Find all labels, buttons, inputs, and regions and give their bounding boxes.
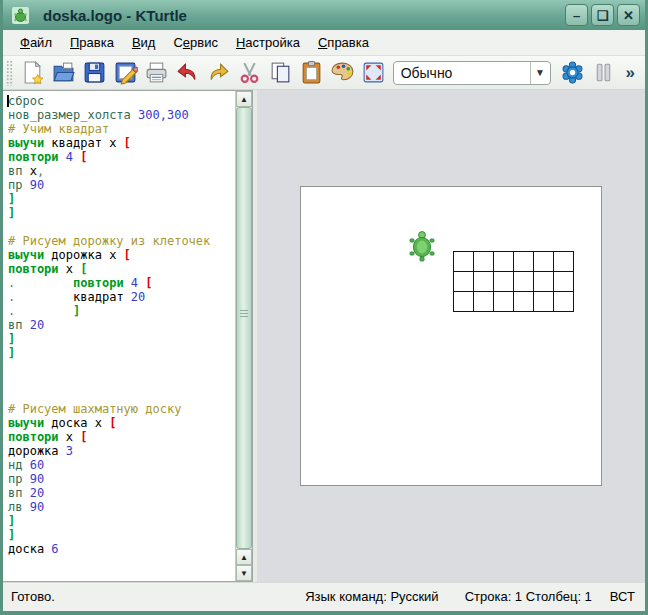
fullscreen-button[interactable] <box>358 58 389 87</box>
code-line[interactable]: . ] <box>8 304 235 318</box>
scroll-up-icon[interactable]: ▲ <box>236 91 252 107</box>
save-button[interactable] <box>79 58 110 87</box>
fullscreen-icon <box>361 60 386 85</box>
grid-cell <box>534 252 554 272</box>
edit-icon <box>113 60 138 85</box>
code-line[interactable]: дорожка 3 <box>8 444 235 458</box>
menu-item-файл[interactable]: Файл <box>11 30 61 56</box>
undo-button[interactable] <box>172 58 203 87</box>
grid-cell <box>514 292 534 312</box>
code-line[interactable]: ] <box>8 346 235 360</box>
code-line[interactable]: ] <box>8 514 235 528</box>
scrollbar-grip <box>240 310 248 318</box>
grid-cell <box>554 292 574 312</box>
code-line[interactable]: вп х, <box>8 164 235 178</box>
toolbar-overflow-button[interactable]: » <box>619 63 640 83</box>
code-line[interactable]: нд 60 <box>8 458 235 472</box>
drawn-grid <box>453 251 574 312</box>
code-line[interactable]: доска 6 <box>8 542 235 556</box>
redo-button[interactable] <box>203 58 234 87</box>
code-line[interactable]: ] <box>8 528 235 542</box>
code-line[interactable]: лв 90 <box>8 500 235 514</box>
open-file-button[interactable] <box>48 58 79 87</box>
close-button[interactable]: ✕ <box>617 4 640 26</box>
run-icon <box>560 60 585 85</box>
menu-bar: ФайлПравкаВидСервисНастройкаСправка <box>3 30 645 56</box>
status-insert-mode: ВСТ <box>610 589 635 604</box>
grid-cell <box>474 292 494 312</box>
new-file-button[interactable] <box>17 58 48 87</box>
kturtle-window: doska.logo - KTurtle – ❑ ✕ ФайлПравкаВид… <box>0 0 648 615</box>
title-bar[interactable]: doska.logo - KTurtle – ❑ ✕ <box>3 0 645 30</box>
code-line[interactable]: # Рисуем дорожку из клеточек <box>8 234 235 248</box>
code-line[interactable]: повтори х [ <box>8 430 235 444</box>
turtle-sprite <box>409 230 435 262</box>
code-editor-pane: сброснов_размер_холста 300,300# Учим ква… <box>3 90 253 582</box>
menu-item-правка[interactable]: Правка <box>61 30 123 56</box>
grid-cell <box>454 252 474 272</box>
grid-cell <box>494 272 514 292</box>
copy-button[interactable] <box>265 58 296 87</box>
editor-scrollbar[interactable]: ▲ ▲ ▼ <box>235 91 252 581</box>
pause-button[interactable] <box>588 58 619 87</box>
open-file-icon <box>51 60 76 85</box>
toolbar-handle[interactable] <box>6 60 13 86</box>
grid-cell <box>454 272 474 292</box>
code-line[interactable]: сброс <box>8 94 235 108</box>
scroll-down-icon[interactable]: ▼ <box>236 565 252 581</box>
grid-cell <box>534 272 554 292</box>
print-button[interactable] <box>141 58 172 87</box>
code-line[interactable] <box>8 360 235 374</box>
grid-cell <box>474 252 494 272</box>
code-line[interactable]: ] <box>8 192 235 206</box>
code-line[interactable]: ] <box>8 206 235 220</box>
run-button[interactable] <box>558 58 589 87</box>
menu-item-вид[interactable]: Вид <box>123 30 165 56</box>
status-cursor-position: Строка: 1 Столбец: 1 <box>465 589 592 604</box>
code-line[interactable]: # Учим квадрат <box>8 122 235 136</box>
paste-button[interactable] <box>296 58 327 87</box>
code-line[interactable]: ] <box>8 332 235 346</box>
run-speed-select[interactable]: Обычно ▼ <box>393 61 551 85</box>
main-area: сброснов_размер_холста 300,300# Учим ква… <box>3 90 645 582</box>
code-line[interactable]: . повтори 4 [ <box>8 276 235 290</box>
minimize-button[interactable]: – <box>565 4 588 26</box>
status-ready: Готово. <box>11 589 305 604</box>
code-line[interactable]: пр 90 <box>8 472 235 486</box>
colors-button[interactable] <box>327 58 358 87</box>
grid-cell <box>534 292 554 312</box>
turtle-canvas[interactable] <box>300 186 602 486</box>
toolbar: Обычно ▼ » <box>3 56 645 90</box>
maximize-button[interactable]: ❑ <box>591 4 614 26</box>
grid-cell <box>514 272 534 292</box>
scrollbar-thumb[interactable] <box>236 107 252 549</box>
edit-button[interactable] <box>110 58 141 87</box>
menu-item-сервис[interactable]: Сервис <box>164 30 227 56</box>
scroll-up2-icon[interactable]: ▲ <box>236 549 252 565</box>
menu-item-справка[interactable]: Справка <box>309 30 378 56</box>
code-line[interactable]: выучи доска х [ <box>8 416 235 430</box>
code-line[interactable] <box>8 220 235 234</box>
code-line[interactable]: пр 90 <box>8 178 235 192</box>
save-icon <box>82 60 107 85</box>
code-line[interactable] <box>8 374 235 388</box>
turtle-app-icon <box>12 7 29 24</box>
chevron-down-icon[interactable]: ▼ <box>530 62 550 84</box>
code-line[interactable]: вп 20 <box>8 318 235 332</box>
cut-button[interactable] <box>234 58 265 87</box>
code-editor[interactable]: сброснов_размер_холста 300,300# Учим ква… <box>3 91 235 581</box>
menu-item-настройка[interactable]: Настройка <box>227 30 309 56</box>
grid-cell <box>454 292 474 312</box>
code-line[interactable]: выучи дорожка х [ <box>8 248 235 262</box>
code-line[interactable]: выучи квадрат х [ <box>8 136 235 150</box>
code-line[interactable]: повтори х [ <box>8 262 235 276</box>
code-line[interactable] <box>8 388 235 402</box>
code-line[interactable]: вп 20 <box>8 486 235 500</box>
run-speed-value: Обычно <box>394 65 530 81</box>
code-line[interactable]: нов_размер_холста 300,300 <box>8 108 235 122</box>
canvas-pane <box>257 90 645 582</box>
code-line[interactable]: . квадрат 20 <box>8 290 235 304</box>
code-line[interactable]: повтори 4 [ <box>8 150 235 164</box>
code-line[interactable]: # Рисуем шахматную доску <box>8 402 235 416</box>
undo-icon <box>175 60 200 85</box>
